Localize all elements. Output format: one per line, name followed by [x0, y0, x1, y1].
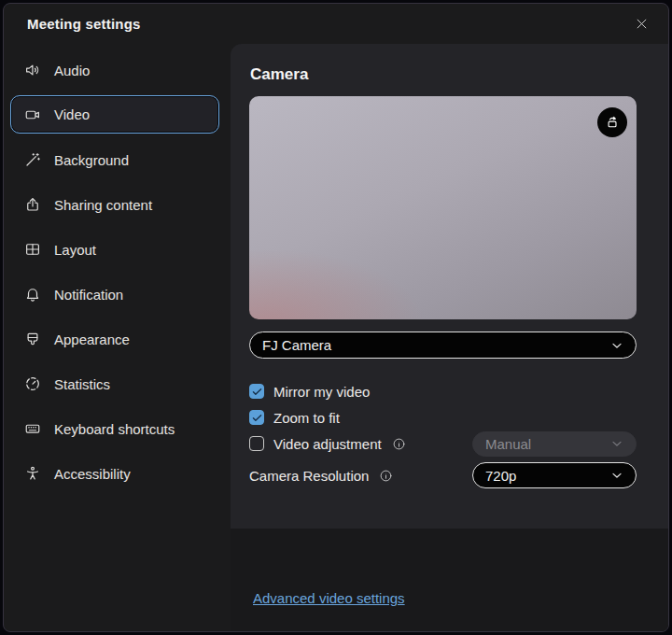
camera-resolution-value: 720p — [485, 468, 516, 484]
paintbrush-icon — [24, 331, 41, 347]
zoom-to-fit-row: Zoom to fit — [249, 404, 637, 430]
sidebar-item-label: Accessibility — [54, 466, 131, 482]
sidebar-item-video[interactable]: Video — [10, 95, 219, 134]
close-icon — [635, 17, 649, 31]
zoom-to-fit-checkbox[interactable] — [249, 410, 264, 425]
panel-footer: Advanced video settings — [231, 529, 668, 631]
accessibility-icon — [24, 465, 41, 482]
sidebar-item-label: Video — [54, 106, 90, 122]
camera-resolution-select[interactable]: 720p — [472, 462, 637, 488]
video-camera-icon — [24, 106, 41, 123]
sidebar-item-label: Keyboard shortcuts — [54, 421, 175, 437]
video-adjustment-checkbox[interactable] — [249, 436, 264, 451]
sidebar-item-statistics[interactable]: Statistics — [10, 361, 219, 406]
video-settings-panel: Camera FJ Camera — [231, 44, 668, 529]
camera-device-select[interactable]: FJ Camera — [249, 332, 637, 359]
share-icon — [24, 196, 41, 213]
sidebar-item-label: Sharing content — [54, 197, 152, 213]
mirror-my-video-row: Mirror my video — [249, 378, 637, 404]
sidebar-item-keyboard-shortcuts[interactable]: Keyboard shortcuts — [10, 406, 219, 451]
sidebar-item-label: Appearance — [54, 332, 130, 347]
zoom-to-fit-label: Zoom to fit — [273, 410, 340, 426]
sidebar-item-layout[interactable]: Layout — [10, 227, 219, 272]
sidebar-item-label: Audio — [54, 63, 90, 78]
video-adjustment-mode-select[interactable]: Manual — [472, 431, 637, 457]
info-icon — [392, 437, 406, 451]
magic-wand-icon — [24, 151, 41, 168]
rotate-camera-icon — [604, 114, 621, 131]
panel-heading: Camera — [250, 65, 637, 84]
keyboard-icon — [24, 420, 41, 437]
sidebar-item-sharing-content[interactable]: Sharing content — [10, 182, 219, 227]
chevron-down-icon — [609, 338, 624, 353]
rotate-camera-button[interactable] — [597, 107, 627, 137]
video-adjustment-mode-value: Manual — [485, 436, 531, 452]
chevron-down-icon — [609, 468, 624, 483]
camera-preview — [249, 96, 637, 319]
sidebar-item-label: Layout — [54, 242, 96, 258]
dialog-title: Meeting settings — [27, 16, 141, 32]
titlebar: Meeting settings — [4, 4, 668, 44]
camera-options: Mirror my video Zoom to fit — [249, 378, 637, 488]
sidebar-item-appearance[interactable]: Appearance — [10, 317, 219, 361]
camera-resolution-row: Camera Resolution 720p — [249, 462, 637, 488]
advanced-video-settings-link[interactable]: Advanced video settings — [253, 590, 405, 606]
video-adjustment-row: Video adjustment Manual — [249, 430, 637, 457]
sidebar-item-audio[interactable]: Audio — [10, 48, 219, 92]
sidebar-item-background[interactable]: Background — [10, 137, 219, 182]
sidebar-item-label: Background — [54, 152, 129, 168]
checkmark-icon — [251, 386, 263, 398]
camera-resolution-label: Camera Resolution — [249, 468, 369, 484]
video-adjustment-label: Video adjustment — [273, 436, 382, 452]
sidebar-item-label: Notification — [54, 287, 123, 303]
chevron-down-icon — [609, 436, 624, 451]
gauge-icon — [24, 375, 41, 392]
meeting-settings-dialog: Meeting settings AudioVideoBackgroundSha… — [3, 3, 669, 632]
sidebar-item-notification[interactable]: Notification — [10, 272, 219, 317]
checkmark-icon — [251, 412, 263, 424]
speaker-icon — [24, 62, 41, 78]
settings-nav: AudioVideoBackgroundSharing contentLayou… — [4, 44, 231, 631]
layout-grid-icon — [24, 241, 41, 258]
bell-icon — [24, 286, 41, 303]
close-button[interactable] — [625, 10, 657, 38]
mirror-my-video-checkbox[interactable] — [249, 384, 264, 399]
camera-device-value: FJ Camera — [262, 337, 331, 353]
info-icon — [379, 469, 393, 483]
mirror-my-video-label: Mirror my video — [273, 384, 370, 400]
sidebar-item-accessibility[interactable]: Accessibility — [10, 451, 219, 496]
sidebar-item-label: Statistics — [54, 376, 110, 392]
